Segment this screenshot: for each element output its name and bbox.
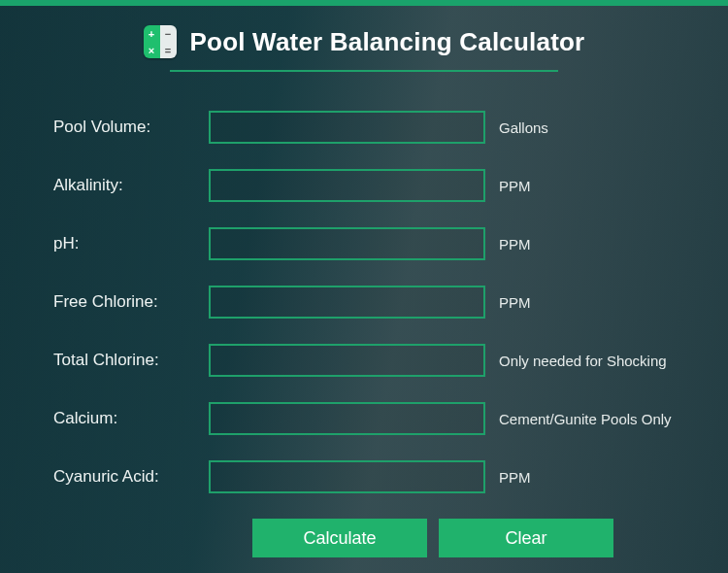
calculate-button[interactable]: Calculate (252, 519, 427, 557)
unit-ph: PPM (495, 236, 675, 253)
input-free-chlorine[interactable] (209, 286, 485, 319)
page-title: Pool Water Balancing Calculator (190, 27, 585, 57)
unit-pool-volume: Gallons (495, 119, 675, 136)
row-pool-volume: Pool Volume: Gallons (53, 111, 675, 144)
row-calcium: Calcium: Cement/Gunite Pools Only (53, 402, 675, 435)
unit-cyanuric-acid: PPM (495, 469, 675, 486)
row-free-chlorine: Free Chlorine: PPM (53, 286, 675, 319)
header: +− ×= Pool Water Balancing Calculator (0, 6, 728, 66)
label-alkalinity: Alkalinity: (53, 176, 199, 195)
row-alkalinity: Alkalinity: PPM (53, 169, 675, 202)
label-free-chlorine: Free Chlorine: (53, 292, 199, 312)
calculator-icon: +− ×= (144, 25, 177, 58)
unit-free-chlorine: PPM (495, 294, 675, 311)
row-ph: pH: PPM (53, 227, 675, 260)
title-underline (170, 70, 558, 72)
unit-calcium: Cement/Gunite Pools Only (495, 411, 675, 427)
input-calcium[interactable] (209, 402, 485, 435)
label-cyanuric-acid: Cyanuric Acid: (53, 467, 199, 487)
button-row: Calculate Clear (252, 519, 675, 557)
label-calcium: Calcium: (53, 409, 199, 428)
input-alkalinity[interactable] (209, 169, 485, 202)
label-total-chlorine: Total Chlorine: (53, 351, 199, 370)
unit-alkalinity: PPM (495, 178, 675, 194)
row-total-chlorine: Total Chlorine: Only needed for Shocking (53, 344, 675, 377)
input-pool-volume[interactable] (209, 111, 485, 144)
input-ph[interactable] (209, 227, 485, 260)
input-total-chlorine[interactable] (209, 344, 485, 377)
row-cyanuric-acid: Cyanuric Acid: PPM (53, 460, 675, 493)
unit-total-chlorine: Only needed for Shocking (495, 353, 675, 369)
clear-button[interactable]: Clear (439, 519, 613, 557)
label-pool-volume: Pool Volume: (53, 118, 199, 137)
input-cyanuric-acid[interactable] (209, 460, 485, 493)
label-ph: pH: (53, 234, 199, 253)
calculator-form: Pool Volume: Gallons Alkalinity: PPM pH:… (0, 111, 728, 557)
